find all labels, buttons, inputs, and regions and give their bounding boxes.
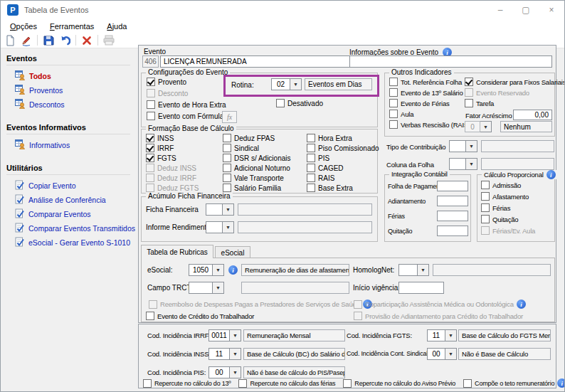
- tab-tabela-rubricas[interactable]: Tabela de Rubricas: [141, 245, 213, 258]
- checkbox-irrf[interactable]: IRRF: [146, 144, 174, 152]
- chevron-down-icon[interactable]: ▼: [223, 203, 234, 216]
- info-icon[interactable]: i: [517, 300, 526, 309]
- edit-icon[interactable]: [19, 33, 33, 47]
- checkbox-adicional-noturno[interactable]: Adicional Noturno: [223, 164, 290, 172]
- group-title: Integração Contábil: [389, 170, 450, 178]
- incidencia-irrf-select[interactable]: 0011▼: [208, 329, 241, 341]
- checkbox-provento[interactable]: Provento: [147, 78, 186, 86]
- checkbox-dsr-adicionais[interactable]: DSR s/ Adicionais: [223, 154, 290, 162]
- chevron-down-icon[interactable]: ▼: [223, 221, 234, 233]
- incidencia-pis-select[interactable]: 00▼: [208, 366, 241, 378]
- checkbox-afastamento[interactable]: Afastamento: [481, 192, 529, 201]
- chevron-down-icon[interactable]: ▼: [445, 348, 457, 360]
- tab-esocial[interactable]: eSocial: [215, 246, 250, 258]
- chevron-down-icon[interactable]: ▼: [230, 329, 241, 341]
- checkbox-aula[interactable]: Aula: [389, 110, 413, 118]
- inicio-vigencia-input[interactable]: [398, 282, 444, 294]
- checkbox-verbas-rescisao[interactable]: Verbas Rescisão (RAIS): [389, 120, 470, 129]
- ferias-input[interactable]: [437, 211, 468, 221]
- folha-pagamento-input[interactable]: [437, 181, 468, 191]
- checkbox-sindical[interactable]: Sindical: [223, 144, 259, 152]
- incidencia-fgts-select[interactable]: 11▼: [427, 329, 457, 341]
- checkbox-fgts[interactable]: FGTS: [146, 154, 176, 162]
- sidebar-item-analise-conferencia[interactable]: Análise de Conferência: [1, 193, 136, 207]
- checkbox-hora-extra-base[interactable]: Hora Extra: [307, 134, 352, 142]
- chevron-down-icon[interactable]: ▼: [230, 348, 241, 360]
- ficha-financeira-select[interactable]: ▼: [206, 203, 234, 216]
- checkbox-evento-ferias[interactable]: Evento de Férias: [389, 99, 450, 107]
- checkbox-13-salario[interactable]: Evento de 13º Salário: [389, 88, 463, 97]
- sidebar-item-copiar-evento[interactable]: Copiar Evento: [1, 179, 136, 193]
- incidencia-sindical-field: Não é Base de Cálculo: [458, 348, 551, 360]
- tipo-contribuicao-select[interactable]: ▼: [449, 140, 477, 152]
- chevron-down-icon[interactable]: ▼: [466, 158, 477, 170]
- checkbox-repercute-aviso-previo[interactable]: Repercute no cálculo do Aviso Prévio: [343, 379, 455, 388]
- minimize-icon[interactable]: –: [487, 1, 513, 19]
- checkbox-desativado[interactable]: Desativado: [276, 99, 323, 107]
- fator-acrescimo-input[interactable]: 0,00: [513, 110, 552, 120]
- adiantamento-input[interactable]: [437, 196, 468, 206]
- chevron-down-icon[interactable]: ▼: [445, 329, 457, 341]
- checkbox-prop-quitacao[interactable]: Quitação: [481, 215, 518, 223]
- checkbox-hora-extra[interactable]: Evento de Hora Extra: [147, 100, 226, 109]
- esocial-select[interactable]: 1050▼: [189, 264, 224, 276]
- checkbox-base-extra[interactable]: Base Extra: [307, 184, 353, 192]
- close-icon[interactable]: ×: [539, 1, 564, 19]
- checkbox-salario-familia[interactable]: Salário Familia: [223, 184, 281, 192]
- checkbox-vale-transporte[interactable]: Vale Transporte: [223, 174, 284, 182]
- menu-opcoes[interactable]: Opções: [4, 21, 43, 32]
- checkbox-inss[interactable]: INSS: [146, 134, 174, 142]
- sidebar-item-esocial-s1010[interactable]: eSocial - Gerar Evento S-1010: [1, 235, 136, 250]
- sidebar-item-todos[interactable]: Todos: [1, 69, 136, 83]
- sidebar-item-comparar-eventos[interactable]: Comparar Eventos: [1, 207, 136, 221]
- checkbox-credito-trabalhador[interactable]: Evento de Crédito do Trabalhador: [146, 312, 254, 320]
- main-panel: Evento 406 LICENÇA REMUNERADA Informaçõe…: [138, 45, 556, 323]
- coluna-folha-select[interactable]: ▼: [449, 158, 477, 170]
- tipo-contribuicao-field: [481, 140, 554, 152]
- quitacao-input[interactable]: [437, 226, 468, 236]
- sidebar: Eventos Todos Proventos Descontos Evento…: [1, 48, 136, 391]
- new-icon[interactable]: [3, 33, 17, 47]
- sidebar-item-descontos[interactable]: Descontos: [1, 97, 136, 112]
- incidencia-sindical-select[interactable]: 00▼: [427, 348, 457, 360]
- save-icon[interactable]: [41, 33, 56, 47]
- delete-icon[interactable]: [80, 33, 94, 47]
- title-bar: P Tabela de Eventos – ▢ ×: [1, 1, 564, 19]
- maximize-icon[interactable]: ▢: [513, 1, 539, 19]
- checkbox-formula[interactable]: Evento com Fórmula: [147, 112, 223, 120]
- homolognet-select[interactable]: ▼: [398, 264, 429, 276]
- menu-ajuda[interactable]: Ajuda: [100, 21, 133, 32]
- chevron-down-icon[interactable]: ▼: [466, 140, 477, 152]
- checkbox-compoe-teto[interactable]: Compõe o teto remuneratórioi: [463, 378, 565, 388]
- menu-ferramentas[interactable]: Ferramentas: [43, 21, 100, 32]
- chevron-down-icon[interactable]: ▼: [213, 264, 224, 276]
- checkbox-tarefa[interactable]: Tarefa: [465, 99, 494, 107]
- checkbox-deduz-fpas[interactable]: Deduz FPAS: [223, 134, 275, 142]
- undo-icon[interactable]: [58, 33, 72, 47]
- info-icon[interactable]: i: [228, 265, 238, 275]
- checkbox-fixos-salariais[interactable]: Considerar para Fixos Salariais: [465, 78, 565, 86]
- formula-fx-button[interactable]: fx: [222, 111, 237, 123]
- checkbox-rais[interactable]: RAIS: [307, 174, 334, 182]
- sidebar-item-proventos[interactable]: Proventos: [1, 83, 136, 97]
- incidencia-inss-select[interactable]: 11▼: [208, 348, 241, 360]
- checkbox-repercute-13[interactable]: Repercute no cálculo do 13º: [143, 379, 231, 388]
- checkbox-pis[interactable]: PIS: [307, 154, 329, 162]
- checkbox-prop-ferias[interactable]: Férias: [481, 203, 510, 212]
- chevron-down-icon[interactable]: ▼: [230, 366, 241, 378]
- chevron-down-icon[interactable]: ▼: [418, 264, 429, 276]
- checkbox-piso-comissionado[interactable]: Piso Comissionado: [307, 144, 379, 152]
- campo-trct-select[interactable]: ▼: [189, 282, 224, 294]
- informe-rendimentos-select[interactable]: ▼: [206, 221, 234, 233]
- checkbox-caged[interactable]: CAGED: [307, 164, 344, 172]
- sidebar-item-informativos[interactable]: Informativos: [1, 138, 136, 152]
- checkbox-tot-referencia[interactable]: Tot. Referência Folha: [389, 78, 462, 86]
- info-evento-input[interactable]: [349, 55, 552, 68]
- checkbox-admissao[interactable]: Admissão: [481, 181, 521, 189]
- checkbox-repercute-ferias[interactable]: Repercute no cálculo das férias: [238, 379, 335, 388]
- sidebar-item-comparar-transmitidos[interactable]: Comparar Eventos Transmitidos: [1, 221, 136, 235]
- checkbox-provisao-adiantamento: Provisão de Adiantamento para Crédito do…: [354, 312, 523, 320]
- info-icon[interactable]: i: [557, 378, 565, 388]
- info-icon[interactable]: i: [546, 170, 556, 179]
- chevron-down-icon[interactable]: ▼: [213, 282, 224, 294]
